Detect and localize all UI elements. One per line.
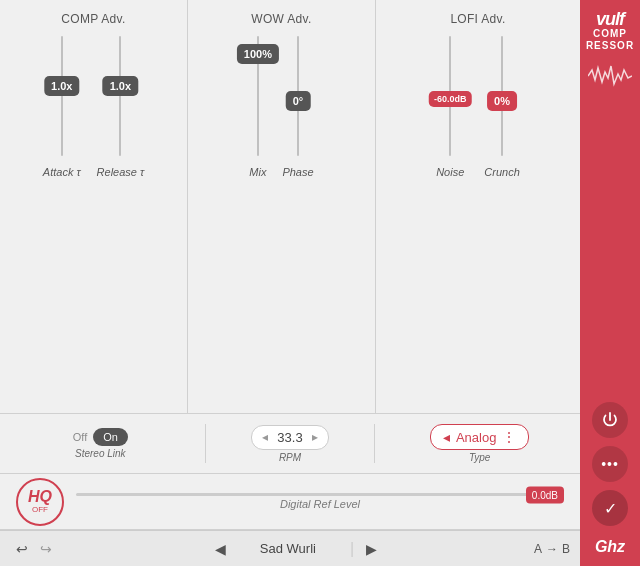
ref-slider-knob[interactable]: 0.0dB <box>526 486 564 503</box>
comp-release-knob[interactable]: 1.0x <box>103 76 138 96</box>
waveform-display <box>588 60 632 92</box>
wow-phase-track[interactable]: 0° <box>297 36 299 156</box>
stereo-toggle-container: Off On <box>73 428 128 446</box>
lofi-title: LOFI Adv. <box>450 12 505 26</box>
comp-release-label: Release τ <box>97 166 145 178</box>
ab-section: A → B <box>534 542 570 556</box>
rpm-group: ◂ 33.3 ▸ RPM <box>251 425 329 463</box>
rpm-left-arrow[interactable]: ◂ <box>262 430 268 444</box>
stereo-off-label: Off <box>73 431 87 443</box>
controls-row: Off On Stereo Link ◂ 33.3 ▸ RPM ◂ <box>0 414 580 474</box>
lofi-noise-track[interactable]: -60.0dB <box>449 36 451 156</box>
comp-sliders: 1.0x Attack τ 1.0x Release τ <box>8 36 179 403</box>
preset-name: Sad Wurli <box>238 541 338 556</box>
b-label: B <box>562 542 570 556</box>
comp-release-track[interactable]: 1.0x <box>119 36 121 156</box>
ghz-logo: Ghz <box>595 538 625 556</box>
wow-title: WOW Adv. <box>251 12 311 26</box>
logo-vulf: vulf <box>596 10 624 28</box>
rpm-label: RPM <box>279 452 301 463</box>
panels-row: COMP Adv. 1.0x Attack τ 1.0x Release τ W <box>0 0 580 414</box>
wow-phase-label: Phase <box>282 166 313 178</box>
wow-panel: WOW Adv. 100% Mix 0° Phase <box>188 0 376 413</box>
wow-mix-knob[interactable]: 100% <box>237 44 279 64</box>
comp-title: COMP Adv. <box>61 12 125 26</box>
type-group: ◂ Analog ⋮ Type <box>430 424 529 463</box>
lofi-crunch-track[interactable]: 0% <box>501 36 503 156</box>
wow-sliders: 100% Mix 0° Phase <box>196 36 367 403</box>
hq-text: HQ <box>28 489 52 505</box>
bottom-bar: ↩ ↪ ◀ Sad Wurli | ▶ A → B <box>0 530 580 566</box>
lofi-crunch-knob[interactable]: 0% <box>487 91 517 111</box>
wow-phase-col: 0° Phase <box>282 36 313 178</box>
stereo-link-group: Off On Stereo Link <box>73 428 128 459</box>
next-preset-button[interactable]: ▶ <box>366 541 377 557</box>
type-left-arrow[interactable]: ◂ <box>443 429 450 445</box>
rpm-value: 33.3 <box>274 430 306 445</box>
ab-arrow: → <box>546 542 558 556</box>
transport-separator: | <box>350 540 354 558</box>
hq-badge[interactable]: HQ OFF <box>16 478 64 526</box>
wow-mix-label: Mix <box>249 166 266 178</box>
ref-slider-track[interactable]: 0.0dB <box>76 493 564 496</box>
lofi-panel: LOFI Adv. -60.0dB Noise 0% Crunch <box>376 0 580 413</box>
prev-preset-button[interactable]: ◀ <box>215 541 226 557</box>
transport-area: ◀ Sad Wurli | ▶ <box>58 540 534 558</box>
rpm-right-arrow[interactable]: ▸ <box>312 430 318 444</box>
wow-mix-col: 100% Mix <box>249 36 266 178</box>
stereo-link-section: Off On Stereo Link <box>16 428 185 459</box>
power-button[interactable] <box>592 402 628 438</box>
ref-row: HQ OFF 0.0dB Digital Ref Level <box>0 474 580 530</box>
type-menu-icon[interactable]: ⋮ <box>502 429 516 445</box>
lofi-sliders: -60.0dB Noise 0% Crunch <box>436 36 520 403</box>
a-label: A <box>534 542 542 556</box>
check-button[interactable]: ✓ <box>592 490 628 526</box>
undo-button[interactable]: ↩ <box>10 537 34 561</box>
ref-label: Digital Ref Level <box>280 498 360 510</box>
lofi-noise-knob[interactable]: -60.0dB <box>429 91 472 107</box>
logo-area: vulf COMPRESSOR <box>586 10 634 52</box>
rpm-section: ◂ 33.3 ▸ RPM <box>205 424 376 463</box>
lofi-crunch-label: Crunch <box>484 166 519 178</box>
dots-icon: ••• <box>601 456 619 472</box>
type-section: ◂ Analog ⋮ Type <box>395 424 564 463</box>
comp-attack-knob[interactable]: 1.0x <box>44 76 79 96</box>
lofi-noise-col: -60.0dB Noise <box>436 36 464 178</box>
rpm-control[interactable]: ◂ 33.3 ▸ <box>251 425 329 450</box>
lofi-noise-label: Noise <box>436 166 464 178</box>
redo-button[interactable]: ↪ <box>34 537 58 561</box>
stereo-link-label: Stereo Link <box>75 448 126 459</box>
comp-attack-track[interactable]: 1.0x <box>61 36 63 156</box>
comp-panel: COMP Adv. 1.0x Attack τ 1.0x Release τ <box>0 0 188 413</box>
stereo-on-button[interactable]: On <box>93 428 128 446</box>
type-label: Type <box>469 452 491 463</box>
check-icon: ✓ <box>604 499 617 518</box>
wow-phase-knob[interactable]: 0° <box>286 91 311 111</box>
comp-attack-label: Attack τ <box>43 166 81 178</box>
lofi-crunch-col: 0% Crunch <box>484 36 519 178</box>
comp-attack-col: 1.0x Attack τ <box>43 36 81 178</box>
hq-off-label: OFF <box>32 505 48 514</box>
main-area: COMP Adv. 1.0x Attack τ 1.0x Release τ W <box>0 0 580 566</box>
logo-comp: COMPRESSOR <box>586 28 634 52</box>
comp-release-col: 1.0x Release τ <box>97 36 145 178</box>
type-value: Analog <box>456 430 496 445</box>
sidebar: vulf COMPRESSOR ••• ✓ Ghz <box>580 0 640 566</box>
type-control[interactable]: ◂ Analog ⋮ <box>430 424 529 450</box>
wow-mix-track[interactable]: 100% <box>257 36 259 156</box>
ref-slider-container: 0.0dB Digital Ref Level <box>76 493 564 510</box>
more-button[interactable]: ••• <box>592 446 628 482</box>
